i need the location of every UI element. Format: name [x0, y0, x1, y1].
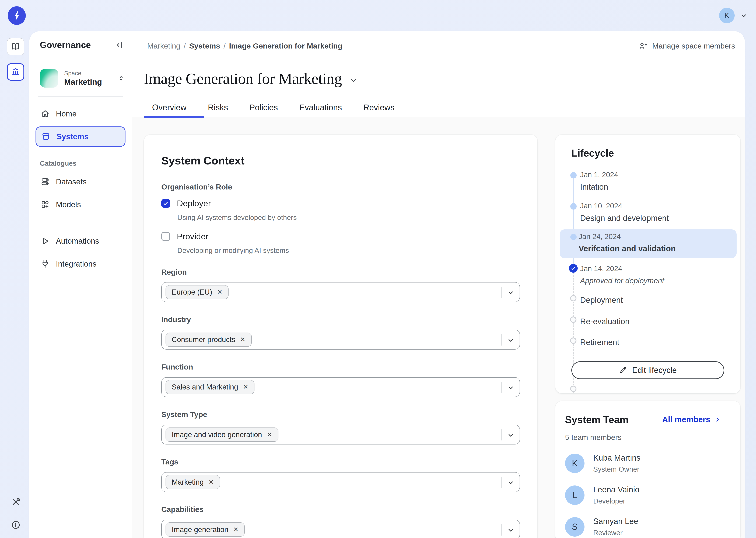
tab-overview[interactable]: Overview	[144, 98, 195, 117]
field-tags: Tags Marketing ✕	[161, 457, 520, 492]
member-avatar: L	[565, 485, 585, 505]
select-chevron-down-icon[interactable]	[507, 337, 514, 344]
member-role: Developer	[593, 497, 639, 505]
user-menu[interactable]: K	[719, 8, 748, 23]
rail-governance-button[interactable]	[7, 63, 24, 81]
sidebar-item-home[interactable]: Home	[35, 103, 125, 124]
select-divider	[501, 382, 501, 393]
chip-label: Image generation	[172, 525, 228, 534]
member-avatar: K	[565, 454, 585, 473]
breadcrumb-separator: /	[220, 42, 229, 50]
system-type-select[interactable]: Image and video generation ✕	[161, 425, 520, 445]
tab-reviews[interactable]: Reviews	[355, 98, 403, 117]
organisation-role-label: Organisation’s Role	[161, 183, 520, 191]
avatar[interactable]: K	[719, 8, 734, 23]
manage-space-members-button[interactable]: Manage space members	[638, 41, 735, 51]
chip-remove-icon[interactable]: ✕	[243, 384, 248, 390]
chip-remove-icon[interactable]: ✕	[267, 431, 272, 438]
industry-chip: Consumer products ✕	[165, 333, 252, 347]
chip-remove-icon[interactable]: ✕	[240, 337, 245, 343]
tab-policies[interactable]: Policies	[241, 98, 286, 117]
edit-lifecycle-button[interactable]: Edit lifecycle	[571, 361, 725, 379]
lifecycle-event-approved: Jan 14, 2024 Approved for deployment	[580, 264, 664, 285]
rail-tools-button[interactable]	[11, 497, 21, 507]
sidebar-section-catalogues: Catalogues	[40, 160, 132, 167]
member-initial: L	[572, 490, 577, 500]
chip-label: Marketing	[172, 478, 204, 486]
tags-select[interactable]: Marketing ✕	[161, 472, 520, 492]
main-panel: Governance Space Marketing Home Systems …	[29, 31, 745, 538]
select-chevron-down-icon[interactable]	[507, 289, 514, 296]
system-team-heading: System Team	[565, 414, 629, 425]
updown-chevron-icon[interactable]	[117, 75, 125, 82]
space-selector[interactable]: Space Marketing	[40, 69, 125, 87]
tab-risks[interactable]: Risks	[200, 98, 236, 117]
lifecycle-event-design: Jan 10, 2024 Design and development	[580, 202, 669, 223]
sidebar-item-models[interactable]: Models	[35, 194, 125, 215]
event-label: Initation	[580, 183, 618, 191]
timeline-dot-future	[570, 338, 577, 344]
chevron-down-icon[interactable]	[740, 12, 748, 20]
select-divider	[501, 287, 501, 298]
sidebar-item-label: Home	[56, 109, 76, 118]
select-chevron-down-icon[interactable]	[507, 431, 514, 439]
book-icon	[11, 41, 21, 52]
select-chevron-down-icon[interactable]	[507, 479, 514, 487]
breadcrumb-marketing[interactable]: Marketing	[147, 42, 180, 50]
plug-icon	[40, 259, 50, 269]
sidebar-item-label: Systems	[57, 132, 89, 141]
provider-checkbox[interactable]	[161, 232, 170, 241]
breadcrumb-systems[interactable]: Systems	[189, 42, 220, 50]
bank-icon	[11, 67, 21, 77]
select-divider	[501, 524, 501, 536]
sidebar-item-datasets[interactable]: Datasets	[35, 172, 125, 192]
timeline-dot	[570, 172, 577, 179]
region-select[interactable]: Europe (EU) ✕	[161, 282, 520, 302]
sidebar-item-integrations[interactable]: Integrations	[35, 254, 125, 274]
deployer-checkbox[interactable]	[161, 199, 170, 208]
field-label: System Type	[161, 410, 520, 419]
capabilities-chip: Image generation ✕	[165, 522, 245, 537]
sidebar-collapse-icon[interactable]	[115, 41, 124, 49]
field-label: Region	[161, 268, 520, 276]
event-date: Jan 10, 2024	[580, 202, 669, 210]
member-name: Samyan Lee	[593, 517, 638, 526]
rail-docs-button[interactable]	[7, 38, 24, 56]
lightning-icon	[11, 10, 23, 21]
region-chip: Europe (EU) ✕	[165, 285, 228, 299]
chip-remove-icon[interactable]: ✕	[233, 526, 239, 533]
content-body: System Context Organisation’s Role Deplo…	[132, 117, 745, 538]
provider-description: Developing or modifying AI systems	[177, 246, 520, 255]
timeline-dot-future	[570, 386, 577, 392]
select-chevron-down-icon[interactable]	[507, 526, 514, 534]
capabilities-select[interactable]: Image generation ✕	[161, 519, 520, 538]
all-members-link[interactable]: All members	[662, 415, 721, 424]
field-label: Function	[161, 363, 520, 371]
chip-label: Sales and Marketing	[172, 383, 238, 391]
sidebar-item-automations[interactable]: Automations	[35, 231, 125, 251]
deployer-label: Deployer	[177, 198, 211, 208]
chip-remove-icon[interactable]: ✕	[209, 479, 214, 485]
tab-evaluations[interactable]: Evaluations	[291, 98, 350, 117]
event-label: Design and development	[580, 214, 669, 223]
function-select[interactable]: Sales and Marketing ✕	[161, 377, 520, 397]
timeline-dot-future	[570, 295, 577, 301]
select-chevron-down-icon[interactable]	[507, 384, 514, 392]
function-chip: Sales and Marketing ✕	[165, 380, 255, 394]
event-date: Jan 14, 2024	[580, 264, 664, 273]
event-label: Deployment	[580, 296, 623, 305]
chip-remove-icon[interactable]: ✕	[217, 289, 222, 295]
divider	[38, 223, 123, 223]
member-role: Reviewer	[593, 529, 638, 537]
chip-label: Image and video generation	[172, 430, 262, 439]
industry-select[interactable]: Consumer products ✕	[161, 330, 520, 350]
archive-icon	[41, 132, 51, 141]
sidebar-item-systems[interactable]: Systems	[35, 127, 125, 147]
title-chevron-down-icon[interactable]	[349, 76, 358, 84]
page-title: Image Generation for Marketing	[144, 69, 342, 88]
rail-info-button[interactable]	[11, 520, 21, 530]
right-column: Lifecycle Jan 1, 2024 Initation Jan 10, …	[555, 135, 740, 538]
lifecycle-event-retirement: Retirement	[580, 338, 619, 347]
divider	[38, 96, 123, 97]
app-logo[interactable]	[8, 6, 26, 25]
